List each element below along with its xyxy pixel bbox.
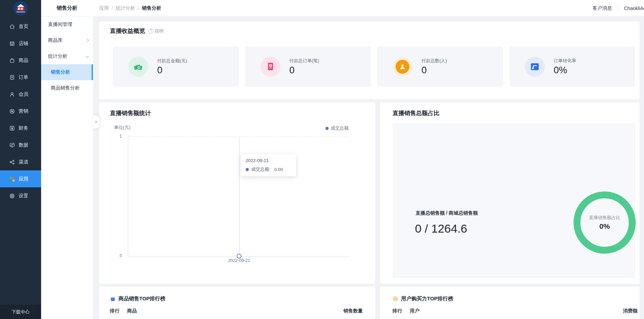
sidebar-item-apps[interactable]: 应用 <box>0 170 41 187</box>
home-icon <box>9 24 15 30</box>
sidebar-item-goods[interactable]: 商品 <box>0 52 41 69</box>
top-users-title: 用户购买力TOP排行榜 <box>401 295 453 302</box>
tooltip-date: 2022-09-21 <box>246 158 291 163</box>
stat-label: 付款总订单(笔) <box>290 58 320 64</box>
question-circle-icon: ? <box>149 29 153 34</box>
sales-ratio-panel: 直播销售总额占比 直播总销售额 / 商城总销售额 0 / 1264.6 直播销售… <box>380 102 640 284</box>
sidebar-item-marketing[interactable]: 营销 <box>0 103 41 120</box>
column-consumption: 消费额 <box>623 308 637 314</box>
logo-tagline <box>16 11 25 12</box>
customer-messages-link[interactable]: 客户消息 <box>593 5 612 11</box>
sidebar-item-home[interactable]: 首页 <box>0 18 41 35</box>
primary-nav: 首页 店铺 商品 订单 会员 营销 <box>0 18 41 204</box>
order-document-icon <box>9 74 15 81</box>
data-point-marker[interactable] <box>237 254 242 259</box>
chevron-down-icon <box>85 55 89 58</box>
revenue-overview-panel: 直播收益概览 ? 说明 付款总金额(元) 0 付 <box>99 21 640 99</box>
chevron-right-icon <box>85 39 89 42</box>
sidebar-item-finance[interactable]: 财务 <box>0 120 41 137</box>
top-products-header: 商品销售TOP排行榜 <box>110 295 165 302</box>
submenu-item-label: 统计分析 <box>48 53 67 59</box>
sidebar-item-settings[interactable]: 设置 <box>0 187 41 204</box>
submenu-item-sales-analysis[interactable]: 销售分析 <box>41 64 93 80</box>
breadcrumb-apps[interactable]: 应用 <box>99 5 109 11</box>
username[interactable]: ChaokliAdm <box>624 6 644 11</box>
chart-legend[interactable]: 成交总额 <box>325 125 349 131</box>
download-center-button[interactable]: 下载中心 <box>0 305 41 319</box>
sidebar-item-label: 订单 <box>19 74 28 81</box>
y-axis-line <box>128 134 128 256</box>
sidebar-item-label: 营销 <box>19 108 28 114</box>
sidebar-item-label: 应用 <box>19 176 28 182</box>
help-label: 说明 <box>154 28 163 34</box>
ratio-title: 直播销售总额占比 <box>392 109 439 117</box>
top-users-panel: 用户购买力TOP排行榜 排行 用户 消费额 <box>380 287 640 319</box>
sidebar-item-channels[interactable]: 渠道 <box>0 153 41 170</box>
top-products-columns: 排行 商品 销售数量 <box>99 308 375 315</box>
payer-user-icon <box>392 57 413 77</box>
sidebar-item-shop[interactable]: 店铺 <box>0 35 41 52</box>
submenu-title: 销售分析 <box>41 0 93 17</box>
apps-grid-icon <box>9 176 15 182</box>
submenu-item-label: 商品销售分析 <box>51 85 80 91</box>
storefront-icon <box>9 40 15 47</box>
stat-value: 0% <box>554 65 576 76</box>
product-bag-icon <box>110 296 116 302</box>
logo-circle: 巢丽 <box>13 1 28 16</box>
x-tick-label: 2022-09-21 <box>213 258 265 263</box>
stat-value: 0 <box>290 65 320 76</box>
sidebar-item-label: 设置 <box>19 193 28 199</box>
topbar: 应用 / 统计分析 / 销售分析 客户消息 ChaokliAdm <box>93 0 644 17</box>
sidebar-item-label: 数据 <box>19 142 28 148</box>
tooltip-series-name: 成交总额: <box>251 166 271 172</box>
stat-value: 0 <box>422 65 447 76</box>
help-link[interactable]: ? 说明 <box>149 28 163 34</box>
stat-meta: 付款总数(人) 0 <box>422 58 447 76</box>
sidebar-item-label: 首页 <box>19 24 28 30</box>
ratio-caption: 直播总销售额 / 商城总销售额 <box>416 210 478 216</box>
top-products-title: 商品销售TOP排行榜 <box>119 295 165 302</box>
logo-house-icon <box>17 4 25 7</box>
receipt-icon <box>261 57 281 77</box>
brand-logo[interactable]: 巢丽 <box>0 0 41 17</box>
column-rank: 排行 <box>392 308 402 314</box>
top-products-panel: 商品销售TOP排行榜 排行 商品 销售数量 <box>99 287 375 319</box>
column-product: 商品 <box>127 308 137 314</box>
submenu-item-product-sales-analysis[interactable]: 商品销售分析 <box>41 80 93 96</box>
stat-card-order-conversion-rate: 订单转化率 0% <box>510 47 635 86</box>
sidebar-item-label: 店铺 <box>19 40 28 47</box>
stat-label: 付款总金额(元) <box>157 58 187 64</box>
sidebar-collapse-handle[interactable]: ≡ <box>93 115 99 129</box>
column-rank: 排行 <box>110 308 120 314</box>
submenu-item-label: 商品库 <box>48 37 63 44</box>
sidebar-item-orders[interactable]: 订单 <box>0 69 41 86</box>
submenu-item-statistics-analysis[interactable]: 统计分析 <box>41 48 93 64</box>
stat-card-total-payers: 付款总数(人) 0 <box>378 47 503 86</box>
submenu-item-label: 销售分析 <box>51 69 70 75</box>
y-tick-0: 0 <box>112 253 122 258</box>
submenu-item-product-library[interactable]: 商品库 <box>41 32 93 48</box>
sidebar-item-members[interactable]: 会员 <box>0 86 41 103</box>
live-sales-chart-panel: 直播销售额统计 单位(元) 成交总额 1 0 2022-09-21 2022-0… <box>99 102 375 284</box>
y-tick-1: 1 <box>112 134 122 139</box>
stat-meta: 付款总订单(笔) 0 <box>290 58 320 76</box>
tooltip-dot-icon <box>246 168 249 171</box>
stat-meta: 订单转化率 0% <box>554 58 576 76</box>
submenu-item-live-room-management[interactable]: 直播间管理 <box>41 17 93 32</box>
share-nodes-icon <box>9 159 15 165</box>
breadcrumb-separator: / <box>112 6 113 11</box>
sidebar-item-data[interactable]: 数据 <box>0 137 41 153</box>
stat-card-total-payment-amount: 付款总金额(元) 0 <box>113 47 238 86</box>
conversion-icon <box>525 57 545 77</box>
top-users-header: 用户购买力TOP排行榜 <box>392 295 453 302</box>
donut-percentage: 0% <box>599 222 610 231</box>
column-quantity: 销售数量 <box>343 308 363 314</box>
top-users-columns: 排行 用户 消费额 <box>380 308 640 315</box>
tooltip-value: 0.00 <box>274 167 283 172</box>
legend-dot-icon <box>325 127 329 130</box>
stat-cards: 付款总金额(元) 0 付款总订单(笔) 0 付款总数(人) <box>113 47 635 86</box>
breadcrumb-statistics[interactable]: 统计分析 <box>116 5 135 11</box>
sidebar-item-label: 渠道 <box>19 159 28 165</box>
primary-sidebar: 巢丽 首页 店铺 商品 订单 会员 <box>0 0 41 319</box>
overview-header: 直播收益概览 ? 说明 <box>110 27 163 35</box>
